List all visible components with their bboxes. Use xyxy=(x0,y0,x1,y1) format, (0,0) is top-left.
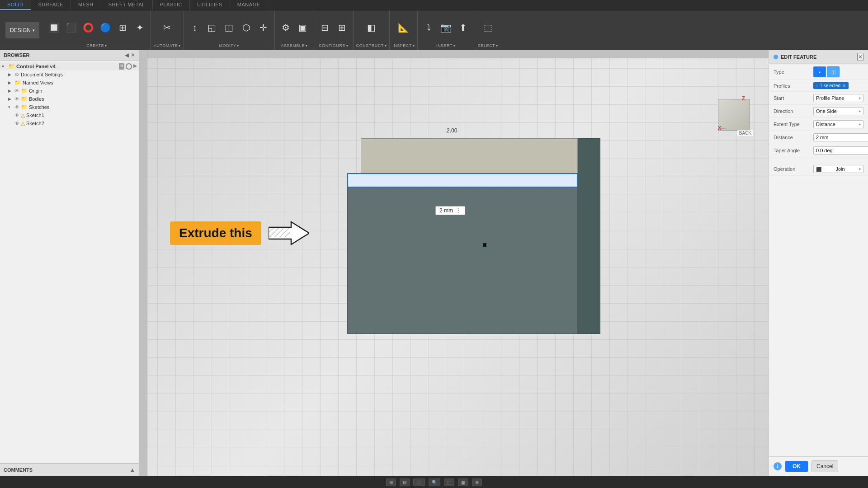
construct-button[interactable]: ◧ xyxy=(363,15,379,40)
profiles-clear-button[interactable]: ✕ xyxy=(842,83,846,88)
toolbar-select-section: ⬚ SELECT xyxy=(474,10,501,50)
extrude-button[interactable]: ⬛ xyxy=(63,15,79,40)
configure-section-label[interactable]: CONFIGURE xyxy=(319,43,348,48)
new-component-button[interactable]: 🔲 xyxy=(46,15,62,40)
tree-item-root[interactable]: ▾ 📁 Control Panel v4 R ▶ xyxy=(0,62,139,70)
snap-button[interactable]: ⊕ xyxy=(472,479,482,486)
distance-value-container xyxy=(813,133,868,141)
joint-button[interactable]: ⚙ xyxy=(278,15,294,40)
cancel-button[interactable]: Cancel xyxy=(811,460,838,472)
type-btn-solid[interactable]: ▪ xyxy=(813,66,826,77)
tab-plastic[interactable]: PLASTIC xyxy=(153,0,190,10)
tree-item-sketch1[interactable]: 👁 △ Sketch1 xyxy=(0,111,139,119)
root-folder-icon: 📁 xyxy=(8,63,15,70)
modify-section-label[interactable]: MODIFY xyxy=(219,43,239,48)
operation-dropdown[interactable]: ⬛ Join ▾ xyxy=(813,165,863,173)
view-options-button[interactable]: ⊞ xyxy=(386,479,396,486)
sphere-button[interactable]: 🔵 xyxy=(97,15,113,40)
tree-item-named-views[interactable]: ▶ 📁 Named Views xyxy=(0,79,139,87)
3d-model[interactable]: 2.00 2 mm ⋮ xyxy=(347,138,582,335)
camera-button[interactable]: 🎥 xyxy=(413,479,425,486)
fit-button[interactable]: ⬚ xyxy=(444,479,454,486)
tree-item-bodies[interactable]: ▶ 👁 📁 Bodies xyxy=(0,95,139,103)
direction-label: Direction xyxy=(774,108,810,114)
insert-button[interactable]: ⤵ xyxy=(420,15,437,40)
insert3-icon: ⬆ xyxy=(459,23,467,32)
automate-section-label[interactable]: AUTOMATE xyxy=(154,43,181,48)
tab-manage[interactable]: MANAGE xyxy=(230,0,268,10)
create-section-label[interactable]: CREATE xyxy=(86,43,107,48)
move-button[interactable]: ✛ xyxy=(255,15,272,40)
extent-type-dropdown-arrow: ▾ xyxy=(859,122,861,127)
panel-info-icon[interactable]: i xyxy=(774,462,782,470)
tree-arrow-origin: ▶ xyxy=(8,89,14,93)
tree-label-named-views: Named Views xyxy=(23,80,137,85)
automate-button[interactable]: ✂ xyxy=(159,15,175,40)
joint-icon: ⚙ xyxy=(282,23,290,32)
construct-section-label[interactable]: CONSTRUCT xyxy=(356,43,387,48)
start-dropdown[interactable]: Profile Plane ▾ xyxy=(813,94,863,102)
eye-icon-bodies: 👁 xyxy=(14,96,19,102)
insert-section-label[interactable]: INSERT xyxy=(436,43,455,48)
start-label: Start xyxy=(774,95,810,101)
chamfer-button[interactable]: ◫ xyxy=(221,15,237,40)
measure-value: 2 mm xyxy=(439,207,453,214)
form-button[interactable]: ✦ xyxy=(132,15,148,40)
direction-dropdown[interactable]: One Side ▾ xyxy=(813,107,863,115)
comments-expand-button[interactable]: ▲ xyxy=(130,467,135,473)
tab-utilities[interactable]: UTILITIES xyxy=(190,0,230,10)
insert2-button[interactable]: 📷 xyxy=(438,15,454,40)
shell-button[interactable]: ⬡ xyxy=(238,15,255,40)
taper-angle-input[interactable] xyxy=(813,146,868,155)
pattern-button[interactable]: ⊞ xyxy=(114,15,131,40)
panel-collapse-button[interactable]: ✕ xyxy=(857,53,863,61)
tree-item-origin[interactable]: ▶ 👁 📁 Origin xyxy=(0,87,139,95)
ok-button[interactable]: OK xyxy=(785,461,808,472)
pattern-icon: ⊞ xyxy=(119,23,127,32)
tab-sheet-metal[interactable]: SHEET METAL xyxy=(101,0,153,10)
viewport[interactable]: 2.00 2 mm ⋮ Extrude this xyxy=(139,50,769,476)
grid-button[interactable]: ▦ xyxy=(458,479,468,486)
configure2-button[interactable]: ⊞ xyxy=(334,15,350,40)
rigid-group-button[interactable]: ▣ xyxy=(295,15,311,40)
toolbar-assemble-section: ⚙ ▣ ASSEMBLE xyxy=(275,10,314,50)
revolve-button[interactable]: ⭕ xyxy=(80,15,96,40)
profiles-label: Profiles xyxy=(774,83,810,89)
start-value-container: Profile Plane ▾ xyxy=(813,94,863,102)
measure-label[interactable]: 2 mm ⋮ xyxy=(435,206,465,215)
type-btn-surface[interactable]: ◫ xyxy=(827,66,840,77)
fillet-button[interactable]: ◱ xyxy=(204,15,220,40)
revolve-icon: ⭕ xyxy=(83,23,94,32)
design-dropdown-button[interactable]: DESIGN xyxy=(5,22,39,38)
x-axis-label: X— xyxy=(718,125,726,131)
select-button[interactable]: ⬚ xyxy=(480,15,496,40)
browser-collapse-button[interactable]: ◀ xyxy=(125,52,129,58)
chamfer-icon: ◫ xyxy=(225,23,233,32)
comments-section: COMMENTS ▲ xyxy=(0,463,139,476)
modify-press-pull-button[interactable]: ↕ xyxy=(187,15,203,40)
configure-button[interactable]: ⊟ xyxy=(317,15,333,40)
extent-type-dropdown[interactable]: Distance ▾ xyxy=(813,120,863,128)
panel-info-dot xyxy=(774,55,778,59)
back-label[interactable]: BACK xyxy=(737,130,753,136)
toolbar-create-section: 🔲 ⬛ ⭕ 🔵 ⊞ ✦ CREATE xyxy=(43,10,151,50)
bottom-bar: ⊞ ⊟ 🎥 🔍 ⬚ ▦ ⊕ xyxy=(0,476,868,488)
select-section-label[interactable]: SELECT xyxy=(478,43,498,48)
tree-item-sketch2[interactable]: 👁 △ Sketch2 xyxy=(0,119,139,127)
inspect-button[interactable]: 📐 xyxy=(396,15,412,40)
tab-mesh[interactable]: MESH xyxy=(71,0,101,10)
tab-surface[interactable]: SURFACE xyxy=(31,0,71,10)
tree-item-sketches[interactable]: ▾ 👁 📁 Sketches xyxy=(0,103,139,111)
profiles-selected-badge[interactable]: ↑ 1 selected ✕ xyxy=(813,82,849,89)
browser-close-button[interactable]: ✕ xyxy=(131,52,135,58)
direction-value-container: One Side ▾ xyxy=(813,107,863,115)
distance-input[interactable] xyxy=(813,133,868,141)
display-mode-button[interactable]: ⊟ xyxy=(400,479,410,486)
inspect-section-label[interactable]: INSPECT xyxy=(392,43,415,48)
measure-dots[interactable]: ⋮ xyxy=(456,207,461,214)
tab-solid[interactable]: SOLID xyxy=(0,0,31,10)
assemble-section-label[interactable]: ASSEMBLE xyxy=(281,43,307,48)
zoom-button[interactable]: 🔍 xyxy=(429,479,440,486)
tree-item-document-settings[interactable]: ▶ ⚙ Document Settings xyxy=(0,70,139,79)
insert3-button[interactable]: ⬆ xyxy=(455,15,471,40)
